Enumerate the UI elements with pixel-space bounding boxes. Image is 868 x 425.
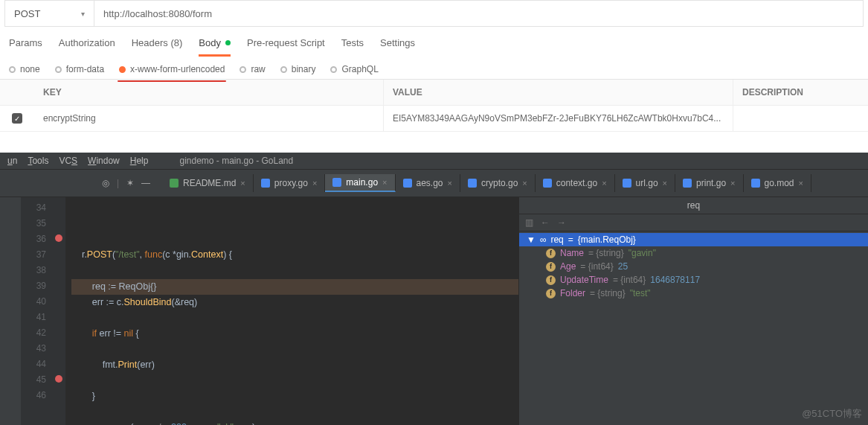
bodytype-graphql[interactable]: GraphQL xyxy=(330,64,378,74)
ide-menubar: un Tools VCS Window Help gindemo - main.… xyxy=(0,153,868,170)
breakpoint-icon[interactable] xyxy=(55,375,62,383)
breakpoint-icon[interactable] xyxy=(55,234,62,242)
collapse-icon[interactable]: — xyxy=(141,178,150,188)
debugger-title: req xyxy=(519,197,868,214)
filetab-aes[interactable]: aes.go× xyxy=(396,174,460,192)
tab-headers[interactable]: Headers (8) xyxy=(132,37,183,57)
code-editor[interactable]: 34353637383940414243444546 r.POST("/test… xyxy=(21,197,868,425)
file-icon xyxy=(468,179,477,188)
menu-vcs[interactable]: VCS xyxy=(59,156,77,166)
close-icon[interactable]: × xyxy=(240,179,245,188)
gear-icon[interactable]: ✶ xyxy=(126,178,134,188)
filetab-url[interactable]: url.go× xyxy=(615,174,675,192)
watermark: @51CTO博客 xyxy=(802,407,862,421)
radio-on-icon xyxy=(119,66,126,73)
breakpoint-gutter[interactable] xyxy=(52,197,65,425)
close-icon[interactable]: × xyxy=(730,179,735,188)
field-icon: f xyxy=(546,249,556,258)
row-value[interactable]: EI5AYM83J49AAGAyN9oVSmPM3ebFZr-2JeFuBKY7… xyxy=(384,106,733,131)
filetab-context[interactable]: context.go× xyxy=(536,174,615,192)
target-icon[interactable]: ◎ xyxy=(102,178,109,188)
close-icon[interactable]: × xyxy=(602,179,606,188)
form-row[interactable]: ✓ encryptString EI5AYM83J49AAGAyN9oVSmPM… xyxy=(0,106,868,132)
file-icon xyxy=(751,179,760,188)
close-icon[interactable]: × xyxy=(799,179,803,188)
header-value: VALUE xyxy=(384,80,733,105)
url-text: http://localhost:8080/form xyxy=(103,8,212,19)
filetab-crypto[interactable]: crypto.go× xyxy=(460,174,536,192)
file-icon xyxy=(623,179,631,188)
radio-icon xyxy=(280,66,287,73)
file-tabs: README.md× proxy.go× main.go× aes.go× cr… xyxy=(162,174,862,192)
project-sidebar[interactable] xyxy=(0,197,21,425)
debugger-toolbar: ▥ ← → xyxy=(519,214,868,231)
variable-field[interactable]: f Age = {int64} 25 xyxy=(519,260,868,273)
line-numbers: 34353637383940414243444546 xyxy=(21,197,52,425)
file-icon xyxy=(683,179,692,188)
tab-body[interactable]: Body xyxy=(199,37,231,57)
field-icon: f xyxy=(546,275,556,285)
variable-field[interactable]: f UpdateTime = {int64} 1646878117 xyxy=(519,273,868,287)
radio-icon xyxy=(239,66,246,73)
field-icon: f xyxy=(546,289,556,298)
tab-prerequest[interactable]: Pre-request Script xyxy=(247,37,325,57)
row-checkbox[interactable]: ✓ xyxy=(12,113,22,124)
filetab-readme[interactable]: README.md× xyxy=(162,174,254,192)
tab-authorization[interactable]: Authorization xyxy=(59,37,115,57)
menu-run[interactable]: un xyxy=(7,156,17,166)
field-icon: f xyxy=(546,262,556,272)
menu-window[interactable]: Window xyxy=(88,156,120,166)
header-checkbox-col xyxy=(0,80,34,105)
bodytype-raw[interactable]: raw xyxy=(239,64,265,74)
filetab-gomod[interactable]: go.mod× xyxy=(744,174,811,192)
close-icon[interactable]: × xyxy=(312,179,317,188)
body-modified-dot-icon xyxy=(225,40,231,45)
row-desc[interactable] xyxy=(733,106,868,131)
filetab-main[interactable]: main.go× xyxy=(325,174,395,192)
close-icon[interactable]: × xyxy=(382,178,387,187)
close-icon[interactable]: × xyxy=(663,179,667,188)
layout-icon[interactable]: ▥ xyxy=(525,217,533,228)
window-title: gindemo - main.go - GoLand xyxy=(179,156,293,166)
close-icon[interactable]: × xyxy=(448,179,452,188)
radio-icon xyxy=(55,66,62,73)
filetab-proxy[interactable]: proxy.go× xyxy=(254,174,326,192)
http-method-select[interactable]: POST ▾ xyxy=(5,1,94,26)
menu-help[interactable]: Help xyxy=(130,156,149,166)
bodytype-binary[interactable]: binary xyxy=(280,64,316,74)
bodytype-none[interactable]: none xyxy=(9,64,40,74)
header-key: KEY xyxy=(34,80,384,105)
radio-icon xyxy=(9,66,16,73)
menu-tools[interactable]: Tools xyxy=(28,156,48,166)
file-icon xyxy=(403,179,412,188)
header-desc: DESCRIPTION xyxy=(733,80,868,105)
collapse-arrow-icon[interactable]: ▼ xyxy=(527,234,536,245)
radio-icon xyxy=(330,66,337,73)
tab-tests[interactable]: Tests xyxy=(341,37,364,57)
row-key[interactable]: encryptString xyxy=(34,106,384,131)
file-icon xyxy=(261,179,270,188)
variable-field[interactable]: f Name = {string} "gavin" xyxy=(519,246,868,260)
tab-params[interactable]: Params xyxy=(9,37,42,57)
forward-icon[interactable]: → xyxy=(557,217,566,228)
filetab-print[interactable]: print.go× xyxy=(675,174,743,192)
variable-field[interactable]: f Folder = {string} "test" xyxy=(519,287,868,300)
debugger-variables-panel[interactable]: req ▥ ← → ▼ ∞ req = {main.ReqObj} f Na xyxy=(518,197,868,425)
file-icon xyxy=(332,178,341,187)
chevron-down-icon: ▾ xyxy=(81,10,85,18)
file-icon xyxy=(543,179,552,188)
back-icon[interactable]: ← xyxy=(541,217,550,228)
url-input[interactable]: http://localhost:8080/form xyxy=(94,1,863,26)
http-method-label: POST xyxy=(14,8,40,19)
close-icon[interactable]: × xyxy=(522,179,527,188)
bodytype-urlencoded[interactable]: x-www-form-urlencoded xyxy=(119,64,225,74)
variable-root[interactable]: ▼ ∞ req = {main.ReqObj} xyxy=(519,233,868,246)
bodytype-formdata[interactable]: form-data xyxy=(55,64,104,74)
file-icon xyxy=(170,179,179,188)
tab-settings[interactable]: Settings xyxy=(380,37,415,57)
